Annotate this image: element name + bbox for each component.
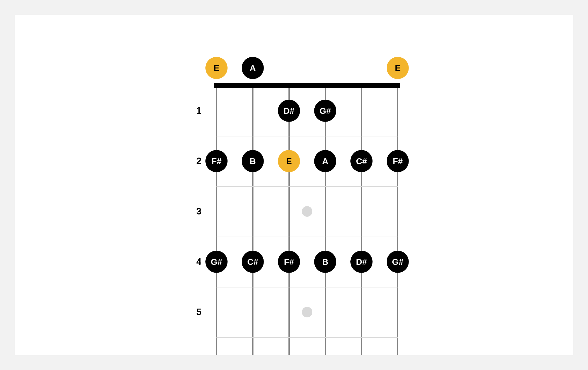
fret-label-1: 1	[191, 105, 201, 116]
string-2	[252, 86, 253, 355]
note-fret-1-string-4: G#	[314, 100, 336, 122]
note-fret-2-string-6: F#	[387, 150, 409, 172]
open-note-string-2: A	[242, 57, 264, 79]
inlay-fret-5	[302, 307, 312, 317]
string-6	[397, 86, 398, 355]
fret-wire-4	[216, 287, 398, 287]
fret-wire-1	[216, 136, 398, 136]
open-note-string-1: E	[205, 57, 228, 79]
note-fret-2-string-4: A	[314, 150, 336, 172]
string-5	[361, 86, 362, 355]
fret-label-4: 4	[191, 256, 201, 267]
nut	[214, 83, 400, 88]
note-fret-2-string-2: B	[242, 150, 264, 172]
note-fret-1-string-3: D#	[278, 100, 300, 122]
string-3	[288, 86, 290, 355]
fret-label-5: 5	[191, 307, 201, 317]
fret-label-2: 2	[191, 156, 201, 166]
note-fret-2-string-5: C#	[350, 150, 373, 172]
note-fret-4-string-5: D#	[350, 251, 373, 273]
string-1	[216, 86, 217, 355]
open-note-string-6: E	[387, 57, 409, 79]
string-4	[325, 86, 326, 355]
fret-wire-3	[216, 237, 398, 237]
note-fret-2-string-3: E	[278, 150, 300, 172]
inlay-fret-3	[302, 206, 312, 217]
note-fret-4-string-4: B	[314, 251, 336, 273]
fret-wire-5	[216, 337, 398, 338]
note-fret-4-string-2: C#	[242, 251, 264, 273]
fret-label-3: 3	[191, 206, 201, 217]
page-background: 12345EAED#G#F#BEAC#F#G#C#F#BD#G#	[0, 0, 588, 370]
note-fret-2-string-1: F#	[205, 150, 228, 172]
note-fret-4-string-6: G#	[387, 251, 409, 273]
note-fret-4-string-1: G#	[205, 251, 228, 273]
fretboard-card: 12345EAED#G#F#BEAC#F#G#C#F#BD#G#	[15, 15, 573, 355]
fret-wire-2	[216, 186, 398, 187]
note-fret-4-string-3: F#	[278, 251, 300, 273]
